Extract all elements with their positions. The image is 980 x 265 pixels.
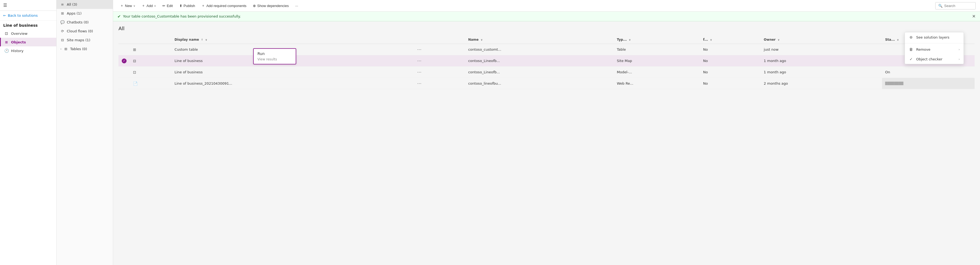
row3-more-button[interactable]: ⋯ <box>415 69 423 75</box>
row1-more[interactable]: ⋯ <box>412 44 465 55</box>
row3-type: Model-... <box>614 67 700 78</box>
managed-filter-icon[interactable]: ∨ <box>710 38 712 41</box>
edit-button[interactable]: ✏ Edit <box>160 2 175 10</box>
row3-status: On <box>882 67 975 78</box>
row2-managed: No <box>700 55 760 67</box>
col-name-label: Name <box>468 38 479 42</box>
row3-check[interactable] <box>118 67 130 78</box>
remove-item[interactable]: 🗑 Remove › <box>905 45 964 54</box>
sidebar-item-overview[interactable]: ⊡ Overview <box>0 29 56 38</box>
tables-icon: ⊞ <box>64 47 68 51</box>
see-solution-layers-item[interactable]: ⊛ See solution layers <box>905 32 964 42</box>
row1-modified: just now <box>760 44 882 55</box>
all-icon: ≡ <box>60 2 65 6</box>
add-required-button[interactable]: ＋ Add required components <box>199 2 249 10</box>
notification-bar: ✔ Your table contoso_Customtable has bee… <box>113 11 980 21</box>
row1-more-button[interactable]: ⋯ <box>415 46 423 53</box>
col-row-icon-header <box>130 35 171 44</box>
owner-filter-icon[interactable]: ∨ <box>778 38 780 41</box>
sidebar-item-objects[interactable]: ≡ Objects <box>0 38 56 46</box>
row4-icon: 📄 <box>130 78 171 89</box>
main-content: ＋ New ∨ ＋ Add ∨ ✏ Edit ⬆ Publish ＋ Add r… <box>113 0 980 265</box>
object-checker-item[interactable]: ✓ Object checker › <box>905 54 964 64</box>
tree-item-all[interactable]: ≡ All (3) <box>57 0 113 9</box>
add-chevron-icon: ∨ <box>154 4 156 7</box>
edit-label: Edit <box>167 4 173 8</box>
row2-icon: ⊟ <box>130 55 171 67</box>
col-owner-header[interactable]: Owner ∨ <box>760 35 882 44</box>
col-owner-label: Owner <box>764 38 776 42</box>
row2-more[interactable]: ⋯ <box>412 55 465 67</box>
object-checker-icon: ✓ <box>908 57 913 61</box>
tree-item-apps[interactable]: ⊞ Apps (1) <box>57 9 113 18</box>
name-filter-icon[interactable]: ∨ <box>480 38 483 41</box>
row4-check[interactable] <box>118 78 130 89</box>
search-icon: 🔍 <box>938 4 943 8</box>
sidebar-item-history[interactable]: 🕐 History <box>0 46 56 55</box>
notification-message: Your table contoso_Customtable has been … <box>123 14 241 18</box>
col-managed-header[interactable]: f... ∨ <box>700 35 760 44</box>
publish-button[interactable]: ⬆ Publish <box>177 2 198 10</box>
more-button[interactable]: ··· <box>293 2 301 10</box>
site-map-row-icon: ⊟ <box>133 59 136 63</box>
col-check-header <box>118 35 130 44</box>
tree-item-cloud-flows[interactable]: ⟳ Cloud flows (0) <box>57 27 113 35</box>
col-type-header[interactable]: Typ... ∨ <box>614 35 700 44</box>
row1-managed: No <box>700 44 760 55</box>
nav-tree: ≡ All (3) ⊞ Apps (1) 💬 Chatbots (0) ⟳ Cl… <box>57 0 113 265</box>
search-input[interactable] <box>944 4 971 8</box>
show-dependencies-button[interactable]: ⊕ Show dependencies <box>250 2 291 10</box>
row2-modified: 1 month ago <box>760 55 882 67</box>
notification-close-button[interactable]: ✕ <box>972 14 976 19</box>
filter-icon[interactable]: ∨ <box>205 38 207 41</box>
add-required-label: Add required components <box>206 4 247 8</box>
content-title: All <box>118 26 975 31</box>
col-name-header[interactable]: Name ∨ <box>465 35 614 44</box>
tree-item-apps-label: Apps (1) <box>67 11 81 15</box>
dropdown-divider <box>905 43 964 43</box>
sidebar: ☰ ← Back to solutions Line of business ⊡… <box>0 0 57 265</box>
remove-chevron-icon: › <box>959 48 960 51</box>
row1-name: contoso_customt... <box>465 44 614 55</box>
row2-check[interactable]: ✓ <box>118 55 130 67</box>
see-solution-layers-label: See solution layers <box>916 35 949 39</box>
add-label: Add <box>146 4 153 8</box>
web-resource-icon: 📄 <box>133 81 138 86</box>
row2-checked-icon: ✓ <box>122 59 127 63</box>
add-required-icon: ＋ <box>201 3 205 8</box>
show-dependencies-icon: ⊕ <box>253 4 256 8</box>
tree-item-site-maps[interactable]: ⊟ Site maps (1) <box>57 35 113 45</box>
view-results-link[interactable]: View results <box>258 57 292 61</box>
tree-item-tables[interactable]: › ⊞ Tables (0) <box>57 45 113 53</box>
table-row: 📄 Line of business_20210430091... ⋯ cont… <box>118 78 975 89</box>
new-button[interactable]: ＋ New ∨ <box>118 2 138 10</box>
tables-chevron-icon: › <box>60 47 61 51</box>
back-to-solutions-link[interactable]: ← Back to solutions <box>0 11 56 21</box>
row2-more-button[interactable]: ⋯ <box>415 58 423 64</box>
sidebar-header: ☰ <box>0 0 56 11</box>
content-area: All Display name ↑ ∨ Name ∨ <box>113 21 980 265</box>
dropdown-menu: ⊛ See solution layers 🗑 Remove › ✓ Objec… <box>905 32 964 64</box>
add-button[interactable]: ＋ Add ∨ <box>139 2 159 10</box>
type-filter-icon[interactable]: ∨ <box>628 38 631 41</box>
col-display-name-label: Display name <box>175 38 199 42</box>
row4-more[interactable]: ⋯ <box>412 78 465 89</box>
row1-icon: ⊞ <box>130 44 171 55</box>
run-panel: Run View results <box>253 48 296 64</box>
tree-item-chatbots[interactable]: 💬 Chatbots (0) <box>57 18 113 27</box>
hamburger-icon[interactable]: ☰ <box>3 3 7 8</box>
new-icon: ＋ <box>120 3 124 8</box>
row4-more-button[interactable]: ⋯ <box>415 80 423 86</box>
row4-type: Web Re... <box>614 78 700 89</box>
show-dependencies-label: Show dependencies <box>257 4 289 8</box>
row1-check[interactable] <box>118 44 130 55</box>
model-row-icon: ⊡ <box>133 70 136 74</box>
row3-modified: 1 month ago <box>760 67 882 78</box>
col-display-name-header[interactable]: Display name ↑ ∨ <box>171 35 412 44</box>
status-filter-icon[interactable]: ∨ <box>897 38 899 41</box>
row1-type: Table <box>614 44 700 55</box>
row3-more[interactable]: ⋯ <box>412 67 465 78</box>
search-box[interactable]: 🔍 <box>935 2 976 10</box>
run-label: Run <box>258 51 292 56</box>
solution-title: Line of business <box>0 21 56 29</box>
